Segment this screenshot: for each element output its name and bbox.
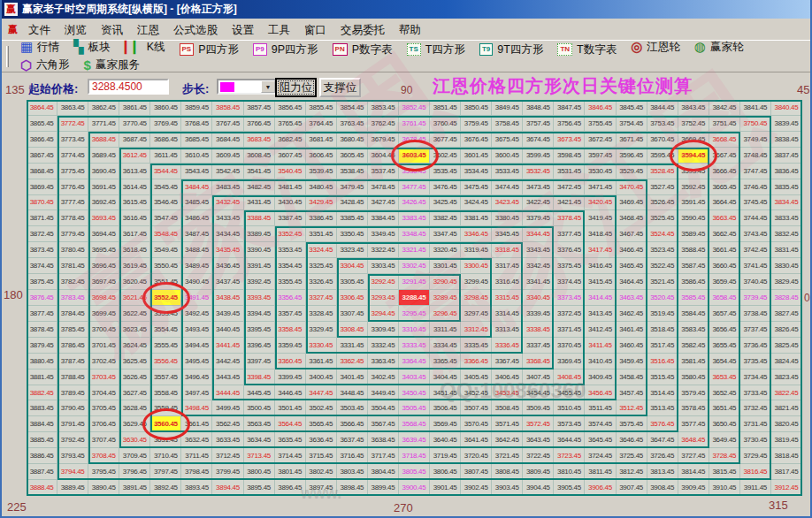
- grid-cell[interactable]: 3636.45: [306, 432, 337, 448]
- grid-cell[interactable]: 3566.45: [337, 416, 368, 432]
- grid-cell[interactable]: 3695.45: [88, 242, 119, 258]
- grid-cell[interactable]: 3393.45: [244, 290, 275, 306]
- grid-cell[interactable]: 3447.45: [306, 385, 337, 401]
- grid-cell[interactable]: 3759.45: [461, 116, 492, 132]
- grid-cell[interactable]: 3295.45: [399, 306, 430, 322]
- grid-cell[interactable]: 3832.45: [771, 226, 802, 242]
- grid-cell[interactable]: 3578.45: [678, 400, 709, 416]
- menu-item[interactable]: 文件: [21, 22, 57, 38]
- grid-cell[interactable]: 3364.45: [399, 354, 430, 369]
- grid-cell[interactable]: 3862.45: [88, 100, 119, 116]
- grid-cell[interactable]: 3514.45: [647, 385, 678, 401]
- grid-cell[interactable]: 3624.45: [119, 338, 150, 354]
- grid-cell[interactable]: 3905.45: [554, 480, 585, 496]
- grid-cell[interactable]: 3779.45: [57, 226, 88, 242]
- grid-cell[interactable]: 3400.45: [306, 369, 337, 385]
- grid-cell[interactable]: 3626.45: [119, 369, 150, 385]
- grid-cell[interactable]: 3322.45: [368, 242, 399, 258]
- grid-cell[interactable]: 3827.45: [771, 306, 802, 322]
- grid-cell[interactable]: 3592.45: [678, 179, 709, 195]
- menu-item[interactable]: 江恩: [130, 22, 166, 38]
- grid-cell[interactable]: 3643.45: [523, 432, 554, 448]
- grid-cell[interactable]: 3650.45: [709, 416, 740, 432]
- grid-cell[interactable]: 3404.45: [430, 369, 461, 385]
- grid-cell[interactable]: 3598.45: [554, 148, 585, 164]
- grid-cell[interactable]: 3495.45: [181, 354, 212, 369]
- grid-cell[interactable]: 3564.45: [275, 416, 306, 432]
- grid-cell[interactable]: 3540.45: [275, 164, 306, 179]
- grid-cell[interactable]: 3614.45: [119, 179, 150, 195]
- grid-cell[interactable]: 3472.45: [554, 179, 585, 195]
- grid-cell[interactable]: 3616.45: [119, 210, 150, 226]
- grid-cell[interactable]: 3675.45: [492, 132, 523, 148]
- grid-cell[interactable]: 3309.45: [368, 322, 399, 338]
- grid-cell[interactable]: 3416.45: [585, 258, 616, 274]
- grid-cell[interactable]: 3708.45: [88, 448, 119, 464]
- grid-cell[interactable]: 3901.45: [430, 480, 461, 496]
- grid-cell[interactable]: 3534.45: [461, 164, 492, 179]
- grid-cell[interactable]: 3567.45: [368, 416, 399, 432]
- grid-cell[interactable]: 3858.45: [212, 100, 243, 116]
- grid-cell[interactable]: 3543.45: [181, 164, 212, 179]
- grid-cell[interactable]: 3576.45: [647, 416, 678, 432]
- grid-cell[interactable]: 3428.45: [337, 195, 368, 211]
- grid-cell[interactable]: 3449.45: [368, 385, 399, 401]
- grid-cell[interactable]: 3456.45: [585, 385, 616, 401]
- grid-cell[interactable]: 3699.45: [88, 306, 119, 322]
- grid-cell[interactable]: 3707.45: [88, 432, 119, 448]
- grid-cell[interactable]: 3900.45: [399, 480, 430, 496]
- grid-cell[interactable]: 3529.45: [617, 164, 647, 179]
- grid-cell[interactable]: 3831.45: [771, 242, 802, 258]
- grid-cell[interactable]: 3725.45: [617, 448, 647, 464]
- grid-cell[interactable]: 3460.45: [617, 338, 647, 354]
- grid-cell[interactable]: 3406.45: [492, 369, 523, 385]
- grid-cell[interactable]: 3467.45: [617, 226, 647, 242]
- grid-cell[interactable]: 3525.45: [647, 210, 678, 226]
- grid-cell[interactable]: 3581.45: [678, 354, 709, 369]
- grid-cell[interactable]: 3733.45: [740, 385, 771, 401]
- grid-cell[interactable]: 3331.45: [337, 338, 368, 354]
- grid-cell[interactable]: 3706.45: [88, 416, 119, 432]
- grid-cell[interactable]: 3679.45: [368, 132, 399, 148]
- grid-cell[interactable]: 3850.45: [461, 100, 492, 116]
- grid-cell[interactable]: 3828.45: [771, 290, 802, 306]
- grid-cell[interactable]: 3608.45: [244, 148, 275, 164]
- grid-cell[interactable]: 3703.45: [88, 369, 119, 385]
- grid-cell[interactable]: 3774.45: [57, 148, 88, 164]
- grid-cell[interactable]: 3721.45: [492, 448, 523, 464]
- toolbar-item[interactable]: TNT数字表: [550, 42, 624, 57]
- grid-cell[interactable]: 3539.45: [306, 164, 337, 179]
- grid-cell[interactable]: 3399.45: [275, 369, 306, 385]
- grid-cell[interactable]: 3866.45: [27, 132, 57, 148]
- grid-cell[interactable]: 3499.45: [212, 400, 243, 416]
- grid-cell[interactable]: 3697.45: [88, 274, 119, 290]
- grid-cell[interactable]: 3455.45: [554, 385, 585, 401]
- grid-cell[interactable]: 3298.45: [461, 290, 492, 306]
- grid-cell[interactable]: 3318.45: [492, 242, 523, 258]
- grid-cell[interactable]: 3352.45: [275, 226, 306, 242]
- grid-cell[interactable]: 3656.45: [709, 322, 740, 338]
- grid-cell[interactable]: 3637.45: [337, 432, 368, 448]
- grid-cell[interactable]: 3889.45: [57, 480, 88, 496]
- grid-cell[interactable]: 3422.45: [523, 195, 554, 211]
- toolbar-item[interactable]: 板块: [66, 40, 118, 55]
- grid-cell[interactable]: 3477.45: [399, 179, 430, 195]
- grid-cell[interactable]: 3294.45: [368, 306, 399, 322]
- dropdown-arrow-icon[interactable]: ▼: [261, 80, 275, 93]
- grid-cell[interactable]: 3554.45: [150, 322, 181, 338]
- grid-cell[interactable]: 3776.45: [57, 179, 88, 195]
- grid-cell[interactable]: 3668.45: [709, 132, 740, 148]
- grid-cell[interactable]: 3647.45: [647, 432, 678, 448]
- grid-cell[interactable]: 3912.45: [771, 480, 802, 496]
- grid-cell[interactable]: 3755.45: [585, 116, 616, 132]
- grid-cell[interactable]: 3580.45: [678, 369, 709, 385]
- grid-cell[interactable]: 3486.45: [181, 210, 212, 226]
- grid-cell[interactable]: 3392.45: [244, 274, 275, 290]
- grid-cell[interactable]: 3617.45: [119, 226, 150, 242]
- grid-cell[interactable]: 3398.45: [244, 369, 275, 385]
- grid-cell[interactable]: 3349.45: [368, 226, 399, 242]
- grid-cell[interactable]: 3743.45: [740, 226, 771, 242]
- grid-cell[interactable]: 3741.45: [740, 258, 771, 274]
- grid-cell[interactable]: 3740.45: [740, 274, 771, 290]
- grid-cell[interactable]: 3744.45: [740, 210, 771, 226]
